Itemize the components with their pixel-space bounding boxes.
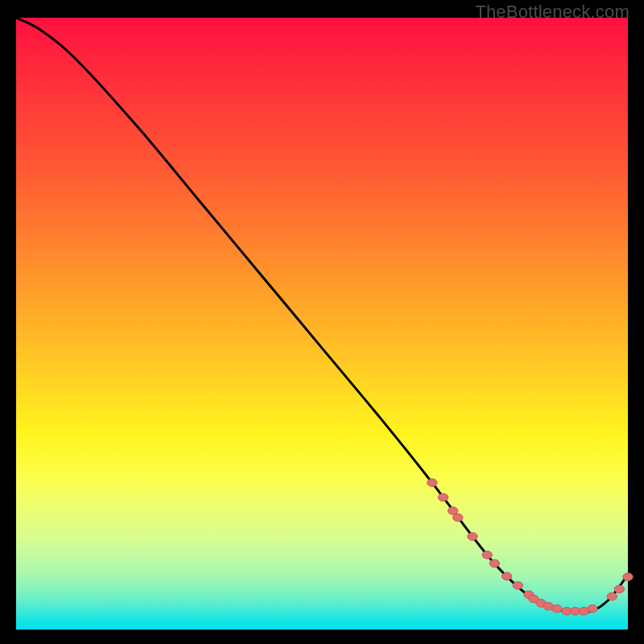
plot-area <box>16 18 628 630</box>
curve-marker <box>502 572 511 580</box>
bottleneck-curve <box>16 18 628 613</box>
curve-marker <box>427 479 437 487</box>
curve-marker <box>614 585 624 593</box>
chart-frame: TheBottleneck.com <box>0 0 644 644</box>
curve-layer <box>16 18 628 630</box>
curve-marker <box>607 592 617 601</box>
curve-marker <box>513 581 522 589</box>
curve-markers <box>427 479 634 615</box>
curve-marker <box>489 559 499 568</box>
curve-marker <box>468 533 477 541</box>
curve-marker <box>588 605 597 613</box>
curve-marker <box>623 573 633 581</box>
curve-marker <box>453 514 463 522</box>
curve-marker <box>552 605 562 613</box>
curve-marker <box>482 551 492 559</box>
curve-marker <box>438 493 448 502</box>
